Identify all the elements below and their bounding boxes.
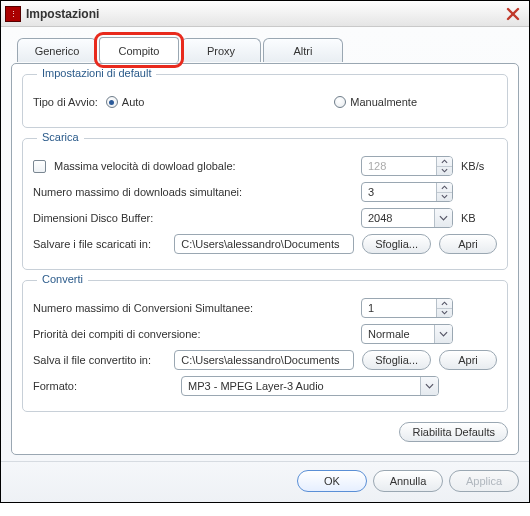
buffer-value: 2048 (362, 212, 434, 224)
chevron-down-icon[interactable] (437, 308, 452, 318)
apply-button[interactable]: Applica (449, 470, 519, 492)
tab-generic[interactable]: Generico (17, 38, 97, 62)
buffer-combo[interactable]: 2048 (361, 208, 453, 228)
tabs: Generico Compito Proxy Altri Impostazion… (11, 37, 519, 455)
titlebar: ⋮ Impostazioni (1, 1, 529, 27)
window-title: Impostazioni (26, 7, 99, 21)
max-speed-spinner[interactable] (436, 157, 452, 175)
tabpanel-task: Impostazioni di default Tipo di Avvio: A… (11, 63, 519, 455)
convert-save-path: C:\Users\alessandro\Documents (175, 354, 353, 366)
startup-manual-label: Manualmente (350, 96, 417, 108)
max-conv-label: Numero massimo di Conversioni Simultanee… (33, 302, 253, 314)
max-conv-spinner[interactable] (436, 299, 452, 317)
download-save-path: C:\Users\alessandro\Documents (175, 238, 353, 250)
startup-type-label: Tipo di Avvio: (33, 96, 98, 108)
group-download: Scarica Massima velocità di dowload glob… (22, 138, 508, 270)
radio-dot-icon (106, 96, 118, 108)
group-convert-legend: Converti (37, 273, 88, 285)
max-simul-value: 3 (362, 186, 436, 198)
startup-manual-radio[interactable]: Manualmente (334, 96, 417, 108)
max-speed-checkbox[interactable] (33, 160, 46, 173)
close-icon (506, 7, 520, 21)
max-simul-label: Numero massimo di downloads simultanei: (33, 186, 242, 198)
max-speed-unit: KB/s (461, 160, 497, 172)
cancel-button[interactable]: Annulla (373, 470, 443, 492)
startup-auto-radio[interactable]: Auto (106, 96, 145, 108)
convert-browse-button[interactable]: Sfoglia... (362, 350, 431, 370)
group-convert: Converti Numero massimo di Conversioni S… (22, 280, 508, 412)
download-save-label: Salvare i file scaricati in: (33, 238, 151, 250)
tab-proxy[interactable]: Proxy (181, 38, 261, 62)
priority-value: Normale (362, 328, 434, 340)
ok-button[interactable]: OK (297, 470, 367, 492)
format-label: Formato: (33, 380, 173, 392)
priority-combo[interactable]: Normale (361, 324, 453, 344)
startup-auto-label: Auto (122, 96, 145, 108)
priority-label: Priorità dei compiti di conversione: (33, 328, 201, 340)
convert-save-label: Salva il file convertito in: (33, 354, 151, 366)
chevron-down-icon[interactable] (420, 377, 438, 395)
buffer-label: Dimensioni Disco Buffer: (33, 212, 153, 224)
group-download-legend: Scarica (37, 131, 84, 143)
group-defaults-legend: Impostazioni di default (37, 67, 156, 79)
download-save-path-field[interactable]: C:\Users\alessandro\Documents (174, 234, 354, 254)
tab-others[interactable]: Altri (263, 38, 343, 62)
group-defaults: Impostazioni di default Tipo di Avvio: A… (22, 74, 508, 128)
max-speed-value: 128 (362, 160, 436, 172)
buffer-unit: KB (461, 212, 497, 224)
chevron-up-icon[interactable] (437, 183, 452, 192)
tab-task[interactable]: Compito (99, 37, 179, 63)
format-combo[interactable]: MP3 - MPEG Layer-3 Audio (181, 376, 439, 396)
window-body: Generico Compito Proxy Altri Impostazion… (1, 27, 529, 461)
close-button[interactable] (503, 4, 523, 24)
max-simul-field[interactable]: 3 (361, 182, 453, 202)
settings-window: ⋮ Impostazioni Generico Compito Proxy Al… (0, 0, 530, 503)
max-conv-value: 1 (362, 302, 436, 314)
convert-open-button[interactable]: Apri (439, 350, 497, 370)
download-open-button[interactable]: Apri (439, 234, 497, 254)
convert-save-path-field[interactable]: C:\Users\alessandro\Documents (174, 350, 354, 370)
chevron-down-icon[interactable] (437, 192, 452, 202)
chevron-down-icon[interactable] (434, 209, 452, 227)
max-speed-label: Massima velocità di dowload globale: (54, 160, 236, 172)
app-icon: ⋮ (5, 6, 21, 22)
dialog-footer: OK Annulla Applica (1, 461, 529, 502)
max-conv-field[interactable]: 1 (361, 298, 453, 318)
chevron-up-icon[interactable] (437, 157, 452, 166)
chevron-up-icon[interactable] (437, 299, 452, 308)
max-simul-spinner[interactable] (436, 183, 452, 201)
max-speed-field[interactable]: 128 (361, 156, 453, 176)
restore-defaults-button[interactable]: Riabilita Defaults (399, 422, 508, 442)
chevron-down-icon[interactable] (437, 166, 452, 176)
download-browse-button[interactable]: Sfoglia... (362, 234, 431, 254)
format-value: MP3 - MPEG Layer-3 Audio (182, 380, 420, 392)
radio-dot-icon (334, 96, 346, 108)
chevron-down-icon[interactable] (434, 325, 452, 343)
